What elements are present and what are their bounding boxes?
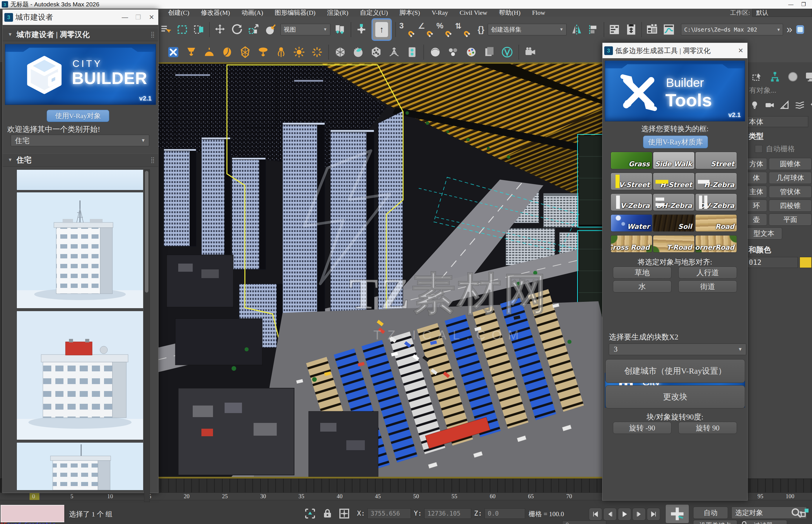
vray-sun-icon[interactable] (292, 46, 306, 59)
vray-ies-light-icon[interactable] (274, 46, 288, 59)
align-water-button[interactable]: 水 (613, 280, 671, 293)
primitive-button-box[interactable]: 方体 (747, 158, 767, 170)
texture-button-dvzebra[interactable]: DV-Zebra (695, 194, 737, 211)
vray-mesh-light-icon[interactable] (239, 46, 252, 59)
vray-scatter-icon[interactable] (388, 46, 401, 59)
y-coordinate-field[interactable]: 12736.105 (424, 508, 471, 519)
frame-number-field[interactable]: 0 (562, 521, 606, 524)
primitive-button-pyramid[interactable]: 四棱锥 (769, 200, 812, 212)
dialog-minimize-icon[interactable]: — (118, 10, 132, 25)
select-and-rotate-icon[interactable] (230, 23, 243, 36)
primitive-button-cylinder[interactable]: 主体 (747, 186, 767, 198)
primitive-button-plane[interactable]: 平面 (769, 213, 812, 226)
use-pivot-center-icon[interactable] (334, 23, 347, 36)
color-palette-icon[interactable] (465, 46, 478, 59)
vray-rock-cube-icon[interactable] (370, 46, 383, 59)
texture-button-street[interactable]: Street (695, 152, 737, 169)
primitive-button-cone[interactable]: 圆锥体 (769, 158, 812, 170)
scrollbar-thumb[interactable] (145, 171, 148, 293)
align-grass-button[interactable]: 草地 (613, 266, 671, 279)
cameras-category-icon[interactable] (765, 99, 775, 111)
primitive-button-text[interactable]: 型文本 (747, 227, 782, 240)
select-and-move-icon[interactable] (213, 23, 227, 36)
vray-proxy-icon[interactable] (334, 46, 347, 59)
vray-sun2-icon[interactable] (310, 46, 324, 59)
vray-sphere-light-icon[interactable] (221, 46, 234, 59)
selection-lock-icon[interactable] (322, 508, 333, 521)
go-to-end-button[interactable] (647, 508, 660, 521)
named-selection-sets-icon[interactable]: {} (477, 24, 484, 34)
change-block-button[interactable]: 更改块 (605, 385, 745, 408)
display-tab-icon[interactable] (805, 71, 812, 83)
rollout-grip-icon[interactable]: ⣿ (150, 157, 155, 163)
material-balls-icon[interactable] (446, 46, 460, 59)
primitive-type-dropdown[interactable]: 本体 (747, 116, 808, 127)
lights-category-icon[interactable] (750, 99, 760, 111)
texture-button-vzebra[interactable]: V-Zebra (611, 194, 652, 211)
building-thumbnail-factory[interactable] (17, 311, 144, 440)
texture-button-hzebra[interactable]: H-Zebra (695, 173, 737, 190)
workspace-selector[interactable]: 工作区: 默认 (730, 9, 812, 17)
toggle-layer-explorer-icon[interactable] (624, 23, 638, 36)
toggle-ribbon-icon[interactable] (645, 23, 659, 36)
texture-button-troad[interactable]: T-Road (653, 235, 695, 252)
menu-graph-editors[interactable]: 图形编辑器(D) (269, 9, 321, 17)
dialog-maximize-icon[interactable]: ❐ (132, 10, 145, 25)
z-coordinate-field[interactable]: 0.0 (485, 508, 525, 519)
project-folder-dropdown[interactable]: C:\Users\Ze⋯ds Max 202 ▼ (681, 24, 783, 35)
autogrid-checkbox[interactable] (755, 145, 762, 153)
rollout-grip-icon[interactable]: ⣿ (150, 31, 155, 38)
vray-logo-icon[interactable] (501, 46, 514, 59)
helpers-category-icon[interactable] (780, 99, 790, 111)
window-crossing-icon[interactable] (192, 23, 206, 36)
primitive-button-teapot[interactable]: 壶 (747, 213, 767, 226)
vray-lister-icon[interactable] (405, 46, 419, 59)
object-type-rollout[interactable]: 类型 (749, 131, 764, 141)
menu-animation[interactable]: 动画(A) (236, 9, 269, 17)
menu-vray[interactable]: V-Ray (426, 9, 454, 17)
spinner-snap-toggle-icon[interactable]: ⇅ (455, 22, 470, 37)
material-sphere-icon[interactable] (428, 46, 442, 59)
minimize-window-icon[interactable]: — (786, 0, 796, 9)
texture-button-dhzebra[interactable]: DH-Zebra (653, 194, 695, 211)
play-button[interactable] (618, 508, 631, 521)
auto-key-button[interactable]: 自动 (693, 507, 728, 519)
primitive-button-torus[interactable]: 环 (747, 200, 767, 212)
film-camera-icon[interactable] (524, 46, 537, 59)
texture-button-water[interactable]: Water (611, 214, 652, 232)
texture-button-hstreet[interactable]: H-Street (653, 173, 695, 190)
use-vray-objects-button[interactable]: 使用V-Ray对象 (47, 110, 109, 122)
zoom-extents-icon[interactable] (800, 507, 811, 521)
rectangular-selection-icon[interactable] (176, 23, 189, 36)
vray-disc-light-icon[interactable] (257, 46, 270, 59)
snap-pivot-icon[interactable] (355, 23, 368, 36)
x-coordinate-field[interactable]: 3755.656 (368, 508, 411, 519)
name-color-rollout[interactable]: 和颜色 (749, 245, 771, 255)
object-name-field[interactable]: 012 (747, 257, 798, 268)
texture-button-cornerroad[interactable]: CornerRoad (695, 235, 737, 252)
thumbnail-scrollbar[interactable] (144, 169, 150, 502)
curve-editor-icon[interactable] (662, 23, 676, 36)
set-keys-button[interactable]: 设置关键点 (693, 520, 737, 524)
dialog-close-icon[interactable]: ✕ (734, 43, 747, 58)
texture-button-crossroad[interactable]: Cross Road (611, 235, 652, 252)
building-thumbnail-partial-top[interactable] (17, 169, 144, 190)
create-city-button[interactable]: 创建城市（使用V-Ray设置） (605, 359, 745, 383)
select-and-place-icon[interactable] (264, 23, 277, 36)
object-color-swatch[interactable] (799, 257, 812, 268)
menu-civil-view[interactable]: Civil View (454, 9, 493, 17)
geometry-tab-icon[interactable] (787, 71, 799, 83)
builder-tools-launcher-icon[interactable] (167, 46, 180, 59)
rotate-minus-button[interactable]: 旋转 -90 (613, 422, 671, 434)
absolute-mode-icon[interactable] (339, 508, 350, 521)
menu-rendering[interactable]: 渲染(R) (321, 9, 354, 17)
workspace-value[interactable]: 默认 (752, 9, 812, 17)
texture-button-vstreet[interactable]: V-Street (611, 173, 652, 190)
systems-category-icon[interactable] (810, 99, 812, 111)
align-sidewalk-button[interactable]: 人行道 (678, 266, 737, 279)
texture-button-sidewalk[interactable]: Side Walk (653, 152, 695, 169)
rollout-city-builder[interactable]: ▼ 城市建设者 | 凋零汉化 ⣿ (3, 28, 158, 41)
blocks-dropdown[interactable]: 3▼ (609, 344, 746, 355)
primitive-button-sphere[interactable]: 体 (747, 172, 767, 184)
texture-button-grass[interactable]: Grass (611, 152, 652, 169)
